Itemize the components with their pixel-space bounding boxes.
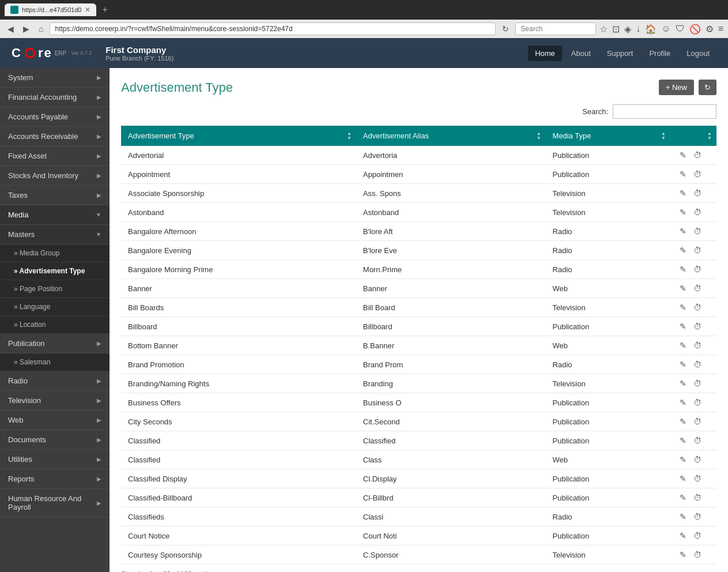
history-icon[interactable]: ⏱ (691, 340, 704, 351)
edit-icon[interactable]: ✎ (677, 302, 689, 313)
refresh-button[interactable]: ↻ (699, 80, 716, 95)
sidebar-item-radio[interactable]: Radio ▶ (0, 371, 110, 391)
history-icon[interactable]: ⏱ (691, 511, 704, 522)
nav-profile[interactable]: Profile (642, 46, 677, 61)
sidebar-subitem-location[interactable]: Location (0, 316, 110, 334)
edit-icon[interactable]: ✎ (677, 378, 689, 389)
new-button[interactable]: + New (659, 80, 694, 95)
nav-home[interactable]: Home (528, 46, 562, 61)
history-icon[interactable]: ⏱ (691, 283, 704, 294)
edit-icon[interactable]: ✎ (677, 244, 689, 256)
new-tab-icon[interactable]: + (100, 5, 110, 15)
edit-icon[interactable]: ✎ (677, 206, 689, 218)
history-icon[interactable]: ⏱ (691, 492, 704, 503)
edit-icon[interactable]: ✎ (677, 454, 689, 465)
sidebar-item-accounts-receivable[interactable]: Accounts Receivable ▶ (0, 127, 110, 146)
edit-icon[interactable]: ✎ (677, 511, 689, 522)
home-button[interactable]: ⌂ (36, 23, 46, 35)
sidebar-subitem-page-position[interactable]: Page Position (0, 280, 110, 298)
edit-icon[interactable]: ✎ (677, 530, 689, 541)
sidebar-masters-group[interactable]: Masters ▼ (0, 225, 110, 244)
edit-icon[interactable]: ✎ (677, 359, 689, 370)
sidebar-item-system[interactable]: System ▶ (0, 68, 110, 88)
sidebar-item-media[interactable]: Media ▼ (0, 205, 110, 225)
history-icon[interactable]: ⏱ (691, 206, 704, 218)
sidebar-item-financial-accounting[interactable]: Financial Accounting ▶ (0, 88, 110, 107)
history-icon[interactable]: ⏱ (691, 378, 704, 389)
edit-icon[interactable]: ✎ (677, 264, 689, 275)
history-icon[interactable]: ⏱ (691, 321, 704, 332)
nav-support[interactable]: Support (600, 46, 640, 61)
sidebar-item-web[interactable]: Web ▶ (0, 411, 110, 430)
tab-close-icon[interactable]: ✕ (85, 6, 90, 14)
edit-icon[interactable]: ✎ (677, 397, 689, 408)
history-icon[interactable]: ⏱ (691, 359, 704, 370)
browser-tab[interactable]: https://d...e47d501d0 ✕ (5, 3, 96, 16)
address-bar[interactable] (50, 22, 496, 35)
history-icon[interactable]: ⏱ (691, 244, 704, 256)
history-icon[interactable]: ⏱ (691, 435, 704, 446)
forward-button[interactable]: ▶ (20, 23, 32, 35)
browser-search-input[interactable] (515, 22, 596, 35)
sidebar-item-fixed-asset[interactable]: Fixed Asset ▶ (0, 146, 110, 166)
edit-icon[interactable]: ✎ (677, 473, 689, 484)
history-icon[interactable]: ⏱ (691, 225, 704, 237)
bookmark-icon[interactable]: ☆ (599, 24, 608, 35)
sidebar-subitem-salesman[interactable]: Salesman (0, 353, 110, 371)
edit-icon[interactable]: ✎ (677, 187, 689, 199)
sidebar-item-hr-payroll[interactable]: Human Resource And Payroll ▶ (0, 489, 110, 517)
history-icon[interactable]: ⏱ (691, 264, 704, 275)
block-icon[interactable]: 🚫 (689, 24, 701, 35)
reader-icon[interactable]: ⊡ (612, 24, 620, 35)
search-input[interactable] (613, 104, 716, 119)
settings-icon[interactable]: ⚙ (706, 24, 714, 35)
nav-logout[interactable]: Logout (680, 46, 716, 61)
sidebar-item-publication[interactable]: Publication ▶ (0, 334, 110, 353)
history-icon[interactable]: ⏱ (691, 416, 704, 427)
back-button[interactable]: ◀ (5, 23, 17, 35)
edit-icon[interactable]: ✎ (677, 225, 689, 237)
sidebar-item-accounts-payable[interactable]: Accounts Payable ▶ (0, 107, 110, 127)
table-row: Courtesy Sponsorship C.Sponsor Televisio… (121, 545, 716, 565)
sidebar-item-documents[interactable]: Documents ▶ (0, 430, 110, 450)
sidebar-subitem-media-group[interactable]: Media Group (0, 244, 110, 262)
home-nav-icon[interactable]: 🏠 (645, 24, 657, 35)
history-icon[interactable]: ⏱ (691, 397, 704, 408)
col-media-type[interactable]: Media Type ▲▼ (546, 126, 670, 146)
menu-icon[interactable]: ≡ (718, 24, 723, 34)
history-icon[interactable]: ⏱ (691, 549, 704, 560)
edit-icon[interactable]: ✎ (677, 283, 689, 294)
edit-icon[interactable]: ✎ (677, 435, 689, 446)
edit-icon[interactable]: ✎ (677, 149, 689, 161)
edit-icon[interactable]: ✎ (677, 492, 689, 503)
col-ad-alias[interactable]: Advertisement Alias ▲▼ (356, 126, 546, 146)
sidebar-item-stocks-inventory[interactable]: Stocks And Inventory ▶ (0, 166, 110, 186)
download-icon[interactable]: ↓ (636, 24, 640, 34)
shield-icon[interactable]: 🛡 (676, 24, 685, 34)
sidebar-item-television[interactable]: Television ▶ (0, 391, 110, 411)
sidebar-item-reports[interactable]: Reports ▶ (0, 469, 110, 489)
history-icon[interactable]: ⏱ (691, 187, 704, 199)
history-icon[interactable]: ⏱ (691, 302, 704, 313)
sidebar-subitem-language[interactable]: Language (0, 298, 110, 316)
edit-icon[interactable]: ✎ (677, 340, 689, 351)
edit-icon[interactable]: ✎ (677, 416, 689, 427)
col-ad-type[interactable]: Advertisement Type ▲▼ (121, 126, 356, 146)
history-icon[interactable]: ⏱ (691, 149, 704, 161)
refresh-nav-button[interactable]: ↻ (499, 23, 512, 35)
smiley-icon[interactable]: ☺ (661, 24, 670, 34)
nav-about[interactable]: About (564, 46, 598, 61)
history-icon[interactable]: ⏱ (691, 454, 704, 465)
history-icon[interactable]: ⏱ (691, 530, 704, 541)
sidebar-subitem-advertisement-type[interactable]: Advertisement Type (0, 262, 110, 280)
edit-icon[interactable]: ✎ (677, 549, 689, 560)
main-content: Advertisement Type + New ↻ Search: Adver… (110, 68, 728, 572)
sidebar-item-taxes[interactable]: Taxes ▶ (0, 186, 110, 205)
edit-icon[interactable]: ✎ (677, 321, 689, 332)
cell-ad-alias: Business O (356, 393, 546, 412)
history-icon[interactable]: ⏱ (691, 473, 704, 484)
edit-icon[interactable]: ✎ (677, 168, 689, 180)
history-icon[interactable]: ⏱ (691, 168, 704, 180)
sidebar-item-utilities[interactable]: Utilities ▶ (0, 450, 110, 469)
pocket-icon[interactable]: ◈ (624, 24, 631, 35)
